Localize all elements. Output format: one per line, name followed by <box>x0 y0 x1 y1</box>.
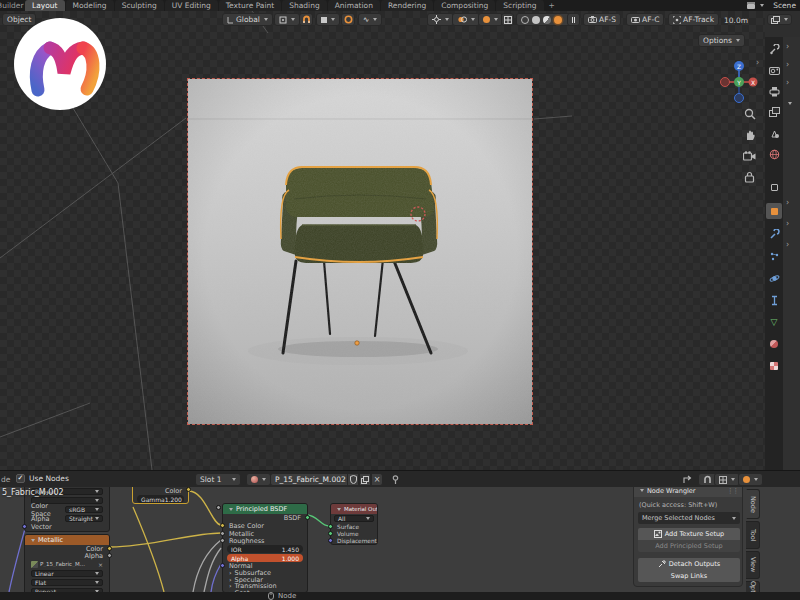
tab-physics[interactable] <box>766 270 782 286</box>
detach-outputs-button[interactable]: Detach Outputs <box>638 558 740 570</box>
solid-shading-icon[interactable] <box>532 16 540 24</box>
workspace-tab-layout[interactable]: Layout <box>25 0 65 11</box>
alpha-field[interactable]: Alpha1.000 <box>227 554 303 562</box>
workspace-tab-shading[interactable]: Shading <box>282 0 326 11</box>
panel-open-arrow[interactable] <box>786 99 792 107</box>
parent-node-tree-icon[interactable] <box>680 473 694 486</box>
menu-fragment[interactable]: Builder <box>0 1 25 10</box>
tab-view-layer[interactable] <box>766 104 782 120</box>
panel-collapse-arrow[interactable]: › <box>756 59 759 67</box>
tab-tool[interactable] <box>766 41 782 57</box>
af-s-button[interactable]: AF-S <box>583 13 621 26</box>
overlay-dropdown[interactable] <box>738 473 763 486</box>
color-output-socket[interactable] <box>107 546 112 551</box>
show-overlays-dropdown[interactable] <box>452 13 480 26</box>
add-workspace-button[interactable]: + <box>545 0 559 11</box>
node-header[interactable]: Metallic <box>25 535 109 545</box>
af-track-button[interactable]: AF-Track <box>668 13 719 26</box>
falloff-dropdown[interactable]: ∿ <box>358 13 382 26</box>
3d-viewport[interactable]: Object Global ∿ AF-S <box>0 11 765 470</box>
colorspace-dropdown[interactable]: sRGB <box>65 506 103 513</box>
sidebar-tab-tool[interactable]: Tool <box>746 521 760 549</box>
workspace-tab-uv-editing[interactable]: UV Editing <box>165 0 218 11</box>
image-datablock-row[interactable]: P_15_Fabric_M... × <box>25 559 109 569</box>
slot-dropdown[interactable]: Slot 1 <box>195 473 241 486</box>
ior-field[interactable]: IOR1.450 <box>227 545 303 553</box>
scene-selector[interactable] <box>746 2 764 10</box>
camera-frame[interactable] <box>187 78 533 425</box>
tab-object-data[interactable]: ▽ <box>766 314 782 330</box>
tab-world[interactable] <box>766 146 782 162</box>
alpha-mode-dropdown[interactable]: Straight <box>65 515 103 522</box>
displacement-socket[interactable] <box>328 538 333 543</box>
material-dropdown[interactable] <box>246 473 271 486</box>
tab-particles[interactable] <box>766 248 782 264</box>
material-shading-icon[interactable] <box>543 16 551 24</box>
sidebar-tab-node[interactable]: Node <box>746 489 760 519</box>
tab-modifiers[interactable] <box>766 226 782 242</box>
alpha-output-socket[interactable] <box>107 553 112 558</box>
sidebar-tab-options[interactable]: Options <box>746 581 760 592</box>
zoom-icon[interactable] <box>744 108 756 120</box>
sidebar-tab-view[interactable]: View <box>746 551 760 579</box>
camera-view-icon[interactable] <box>743 151 756 161</box>
material-name-field[interactable]: P_15_Fabric_M.002 <box>270 473 351 486</box>
workspace-tab-modeling[interactable]: Modeling <box>66 0 114 11</box>
use-nodes-toggle[interactable]: ✓ Use Nodes <box>16 474 69 483</box>
panel-expand-arrow[interactable]: › <box>786 43 789 51</box>
xray-toggle[interactable] <box>501 13 514 26</box>
menu-fragment[interactable]: de <box>1 475 10 484</box>
metallic-socket[interactable] <box>220 531 225 536</box>
copy-icon[interactable] <box>359 473 371 486</box>
snap-mode-dropdown[interactable] <box>316 13 340 26</box>
merge-nodes-dropdown[interactable]: Merge Selected Nodes <box>638 512 740 524</box>
orientation-dropdown[interactable]: Global <box>222 13 273 26</box>
snap-target-dropdown[interactable] <box>274 13 300 26</box>
close-icon[interactable]: × <box>371 473 383 486</box>
af-pause-button[interactable] <box>567 13 580 26</box>
snap-magnet-toggle[interactable] <box>299 13 313 26</box>
workspace-tab-rendering[interactable]: Rendering <box>381 0 433 11</box>
drag-dots-icon[interactable]: ⋮⋮ <box>727 487 738 495</box>
vector-input-socket[interactable] <box>22 524 27 529</box>
lock-icon[interactable] <box>744 171 755 183</box>
options-dropdown[interactable]: Options <box>698 34 745 47</box>
shading-subset-dropdown[interactable] <box>478 13 503 26</box>
node-canvas[interactable]: Repeat Color SpacesRGB AlphaStraight Vec… <box>0 487 800 592</box>
tab-collection[interactable] <box>766 179 782 195</box>
alpha-socket[interactable] <box>216 505 221 510</box>
fake-user-shield-icon[interactable] <box>347 473 359 486</box>
snap-mode-dropdown[interactable] <box>714 473 740 486</box>
interpolation-dropdown[interactable]: Linear <box>31 570 103 577</box>
output-target-dropdown[interactable]: All <box>334 515 374 522</box>
proportional-edit-toggle[interactable] <box>341 13 355 26</box>
bsdf-output-socket[interactable] <box>305 515 310 520</box>
tab-output[interactable] <box>766 83 782 99</box>
roughness-socket[interactable] <box>220 538 225 543</box>
workspace-tab-scripting[interactable]: Scripting <box>496 0 543 11</box>
workspace-tab-sculpting[interactable]: Sculpting <box>115 0 164 11</box>
tab-object[interactable] <box>766 203 782 219</box>
gamma-node[interactable]: Color Gamma1.200 <box>132 487 189 504</box>
tab-material[interactable] <box>766 336 782 352</box>
tab-constraints[interactable] <box>766 292 782 308</box>
workspace-tab-texture-paint[interactable]: Texture Paint <box>219 0 281 11</box>
tab-scene[interactable] <box>766 125 782 141</box>
projection-dropdown[interactable]: Flat <box>31 579 103 586</box>
gamma-value-field[interactable]: Gamma1.200 <box>137 495 184 503</box>
close-icon[interactable]: × <box>98 561 103 568</box>
workspace-tab-compositing[interactable]: Compositing <box>434 0 495 11</box>
wireframe-shading-icon[interactable] <box>521 16 529 24</box>
volume-socket[interactable] <box>328 531 333 536</box>
add-principled-setup-button[interactable]: Add Principled Setup <box>638 540 740 552</box>
color-output-socket[interactable] <box>186 487 191 492</box>
add-texture-setup-button[interactable]: Add Texture Setup <box>638 528 740 540</box>
tab-render[interactable] <box>766 62 782 78</box>
panel-expand-arrow[interactable]: › <box>786 199 789 207</box>
metallic-texture-node[interactable]: Metallic Color Alpha P_15_Fabric_M... × … <box>24 534 110 592</box>
panel-expand-arrow[interactable]: › <box>786 220 789 228</box>
base-color-socket[interactable] <box>220 523 225 528</box>
axis-gizmo[interactable]: Z X Y <box>720 58 758 106</box>
material-output-node[interactable]: Material Output All Surface Volume Displ… <box>330 503 378 545</box>
node-header[interactable]: Material Output <box>331 504 377 514</box>
